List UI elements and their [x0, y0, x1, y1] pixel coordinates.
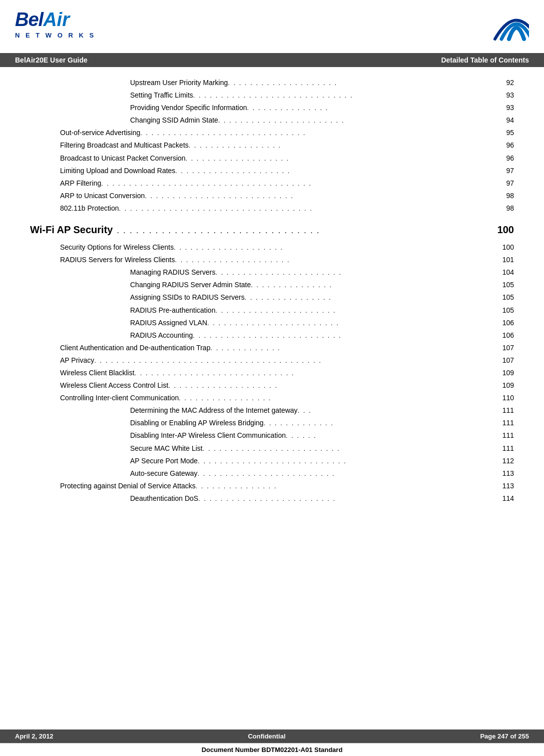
entry-dots: . . . [298, 405, 494, 416]
entry-page: 92 [494, 77, 514, 89]
entry-text: Setting Traffic Limits [130, 90, 193, 101]
entry-dots: . . . . . . . . . . . . . . . . . . . . … [215, 305, 494, 316]
entry-page: 105 [494, 292, 514, 303]
entry-page: 111 [494, 443, 514, 454]
entry-page: 96 [494, 153, 514, 164]
post-section-entries: Security Options for Wireless Clients . … [30, 242, 514, 504]
entry-text: Assigning SSIDs to RADIUS Servers [130, 292, 245, 303]
toc-entry: Security Options for Wireless Clients . … [30, 242, 514, 253]
entry-dots: . . . . . . . . . . . . . . . . . . . . … [135, 368, 494, 378]
toc-entry: Managing RADIUS Servers . . . . . . . . … [30, 267, 514, 278]
logo-bel-text: Bel [15, 9, 43, 31]
entry-text: RADIUS Servers for Wireless Clients [60, 254, 175, 266]
entry-text: Out-of-service Advertising [60, 127, 140, 139]
entry-text: AP Privacy [60, 355, 94, 366]
toc-entry: Auto-secure Gateway . . . . . . . . . . … [30, 468, 514, 479]
footer-bar: April 2, 2012 Confidential Page 247 of 2… [0, 729, 544, 743]
entry-page: 111 [494, 430, 514, 441]
entry-text: Broadcast to Unicast Packet Conversion [60, 153, 186, 164]
toc-entry: 802.11b Protection . . . . . . . . . . .… [30, 203, 514, 214]
entry-text: Wireless Client Access Control List [60, 380, 168, 391]
entry-text: ARP to Unicast Conversion [60, 190, 145, 202]
toc-entry: Determining the MAC Address of the Inter… [30, 405, 514, 416]
entry-text: Limiting Upload and Download Rates [60, 165, 175, 177]
entry-text: Changing RADIUS Server Admin State [130, 279, 251, 291]
entry-page: 106 [494, 330, 514, 341]
toc-entry: Out-of-service Advertising . . . . . . .… [30, 127, 514, 139]
entry-text: AP Secure Port Mode [130, 455, 198, 467]
entry-page: 95 [494, 127, 514, 139]
title-bar-left: BelAir20E User Guide [15, 56, 88, 64]
entry-text: RADIUS Pre-authentication [130, 305, 215, 316]
entry-text: Filtering Broadcast and Multicast Packet… [60, 140, 189, 151]
entry-text: Determining the MAC Address of the Inter… [130, 405, 298, 416]
toc-entry: Deauthentication DoS . . . . . . . . . .… [30, 493, 514, 504]
entry-dots: . . . . . . . . . . . . . . . . . . . . [228, 78, 494, 88]
entry-dots: . . . . . . . . . . . . . . . . . . . . … [198, 493, 494, 504]
entry-page: 113 [494, 468, 514, 479]
entry-page: 109 [494, 380, 514, 391]
entry-dots: . . . . . . . . . . . . . . . . . . . . … [198, 456, 494, 466]
section-heading: Wi-Fi AP Security . . . . . . . . . . . … [30, 224, 514, 236]
toc-entry: Filtering Broadcast and Multicast Packet… [30, 140, 514, 151]
entry-dots: . . . . . . . . . . . . . . . . . [179, 393, 494, 403]
title-bar: BelAir20E User Guide Detailed Table of C… [0, 53, 544, 67]
toc-entry: Wireless Client Blacklist . . . . . . . … [30, 367, 514, 379]
entry-page: 106 [494, 317, 514, 329]
entry-page: 97 [494, 165, 514, 177]
toc-entry: RADIUS Accounting . . . . . . . . . . . … [30, 330, 514, 341]
entry-page: 100 [494, 242, 514, 253]
logo: BelAir N E T W O R K S [15, 9, 96, 39]
entry-text: RADIUS Accounting [130, 330, 193, 341]
entry-page: 111 [494, 405, 514, 416]
pre-section-entries: Upstream User Priority Marking . . . . .… [30, 77, 514, 214]
entry-page: 111 [494, 417, 514, 429]
entry-dots: . . . . . . . . . . . . . . . [247, 103, 494, 113]
entry-text: Disabling or Enabling AP Wireless Bridgi… [130, 417, 264, 429]
entry-dots: . . . . . . . . . . . . . [210, 343, 494, 353]
toc-entry: Broadcast to Unicast Packet Conversion .… [30, 153, 514, 164]
toc-entry: Protecting against Denial of Service Att… [30, 480, 514, 492]
entry-page: 110 [494, 392, 514, 404]
entry-dots: . . . . . . . . . . . . . . . . [245, 292, 494, 303]
page-header: BelAir N E T W O R K S [0, 0, 544, 49]
entry-text: Upstream User Priority Marking [130, 77, 228, 89]
toc-entry: ARP Filtering . . . . . . . . . . . . . … [30, 178, 514, 189]
toc-entry: Limiting Upload and Download Rates . . .… [30, 165, 514, 177]
entry-text: Deauthentication DoS [130, 493, 198, 504]
toc-entry: Disabling or Enabling AP Wireless Bridgi… [30, 417, 514, 429]
entry-page: 98 [494, 203, 514, 214]
footer-doc-text: Document Number BDTM02201-A01 Standard [202, 746, 343, 753]
entry-page: 97 [494, 178, 514, 189]
entry-dots: . . . . . . [286, 430, 494, 441]
entry-text: 802.11b Protection [60, 203, 119, 214]
entry-text: ARP Filtering [60, 178, 101, 189]
signal-icon [484, 9, 529, 44]
toc-entry: RADIUS Servers for Wireless Clients . . … [30, 254, 514, 266]
entry-text: Security Options for Wireless Clients [60, 242, 174, 253]
entry-page: 93 [494, 90, 514, 101]
entry-page: 93 [494, 102, 514, 114]
entry-dots: . . . . . . . . . . . . . . . . . . . . … [218, 115, 494, 126]
entry-dots: . . . . . . . . . . . . . . . . . [189, 140, 494, 151]
toc-entry: Upstream User Priority Marking . . . . .… [30, 77, 514, 89]
toc-entry: RADIUS Assigned VLAN . . . . . . . . . .… [30, 317, 514, 329]
toc-entry: RADIUS Pre-authentication . . . . . . . … [30, 305, 514, 316]
entry-dots: . . . . . . . . . . . . . . . . . . . . … [207, 318, 494, 328]
entry-page: 105 [494, 279, 514, 291]
entry-page: 94 [494, 115, 514, 126]
entry-dots: . . . . . . . . . . . . . . . . . . . . … [203, 443, 494, 454]
entry-text: Changing SSID Admin State [130, 115, 218, 126]
entry-text: Controlling Inter-client Communication [60, 392, 179, 404]
content-area: Upstream User Priority Marking . . . . .… [0, 67, 544, 515]
entry-text: Auto-secure Gateway [130, 468, 198, 479]
logo-belair: BelAir [15, 9, 96, 31]
toc-entry: AP Privacy . . . . . . . . . . . . . . .… [30, 355, 514, 366]
footer-doc-number: Document Number BDTM02201-A01 Standard [0, 743, 544, 756]
entry-dots: . . . . . . . . . . . . . . . . . . . . … [175, 166, 494, 176]
entry-dots: . . . . . . . . . . . . . . . . . . . . … [193, 330, 494, 341]
toc-entry: Client Authentication and De-authenticat… [30, 342, 514, 354]
entry-text: Client Authentication and De-authenticat… [60, 342, 210, 354]
entry-dots: . . . . . . . . . . . . . . . . . . . . … [198, 468, 494, 479]
entry-dots: . . . . . . . . . . . . . . . [196, 481, 494, 491]
